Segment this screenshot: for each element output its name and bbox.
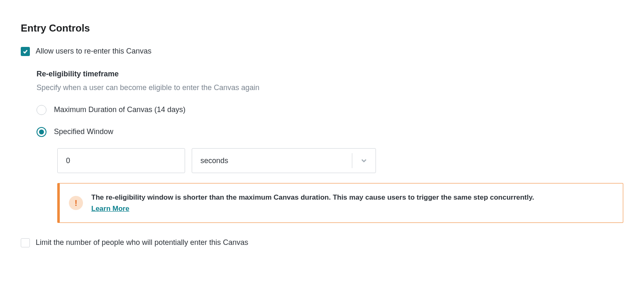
specified-window-inputs: seconds: [57, 148, 623, 173]
radio-specified-window-label: Specified Window: [54, 126, 113, 137]
warning-text: The re-eligibility window is shorter tha…: [91, 192, 534, 214]
learn-more-link[interactable]: Learn More: [91, 205, 129, 213]
chevron-down-icon: [352, 157, 376, 164]
radio-max-duration-label: Maximum Duration of Canvas (14 days): [54, 104, 185, 115]
section-title: Entry Controls: [21, 21, 623, 36]
limit-people-label: Limit the number of people who will pote…: [36, 237, 248, 248]
window-value-input[interactable]: [57, 148, 185, 173]
allow-reenter-label: Allow users to re-enter this Canvas: [36, 46, 151, 57]
window-unit-value: seconds: [192, 155, 352, 166]
allow-reenter-checkbox[interactable]: [21, 47, 30, 56]
warning-banner: ! The re-eligibility window is shorter t…: [57, 183, 623, 223]
radio-max-duration-input[interactable]: [37, 105, 46, 115]
reeligibility-heading: Re-eligibility timeframe: [37, 68, 623, 80]
reeligibility-block: Re-eligibility timeframe Specify when a …: [37, 68, 623, 223]
warning-icon: !: [69, 196, 83, 210]
radio-specified-window-input[interactable]: [37, 127, 46, 137]
allow-reenter-row[interactable]: Allow users to re-enter this Canvas: [21, 46, 623, 57]
limit-people-row[interactable]: Limit the number of people who will pote…: [21, 237, 623, 248]
radio-specified-window[interactable]: Specified Window: [37, 126, 623, 137]
reeligibility-description: Specify when a user can become eligible …: [37, 82, 623, 93]
warning-message: The re-eligibility window is shorter tha…: [91, 193, 534, 201]
window-unit-select[interactable]: seconds: [192, 148, 376, 173]
limit-people-checkbox[interactable]: [21, 238, 30, 247]
check-icon: [22, 49, 28, 54]
radio-max-duration[interactable]: Maximum Duration of Canvas (14 days): [37, 104, 623, 115]
